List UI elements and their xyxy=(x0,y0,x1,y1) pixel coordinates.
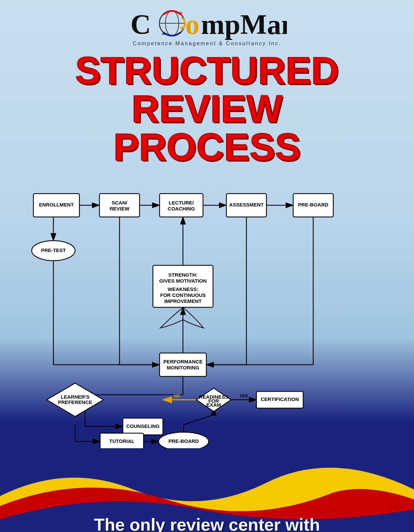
readiness-label3: EXAM xyxy=(206,402,221,408)
label-no: NO xyxy=(174,393,180,398)
lecture-coaching-label1: LECTURE/ xyxy=(169,200,194,205)
arrow-preboard-ready2 xyxy=(184,415,214,425)
pre-test-label: PRE-TEST xyxy=(41,247,66,253)
performance-label1: PERFORMANCE xyxy=(163,359,203,364)
logo-svg: C xyxy=(127,7,287,40)
flowchart-section: NO YES ENROLLMENT SCAN/ REVIEW LECTURE/ … xyxy=(0,168,414,450)
footer-line1: The only review center with xyxy=(27,514,387,532)
main-title-line1: STRUCTURED REVIEW xyxy=(13,52,401,128)
weakness-label1: WEAKNESS: xyxy=(168,286,198,292)
counseling-label: COUNSELING xyxy=(126,423,159,429)
footer-section: The only review center with structured r… xyxy=(0,514,414,532)
assessment-label: ASSESSMENT xyxy=(229,202,264,207)
pre-board-top-label: PRE-BOARD xyxy=(298,202,328,207)
logo-subtitle: Competence Management & Consultancy Inc. xyxy=(133,41,281,47)
wave-bottom-section: The only review center with structured r… xyxy=(0,430,414,532)
main-title-line2: PROCESS xyxy=(13,128,401,166)
lecture-coaching-label2: COACHING xyxy=(168,206,195,211)
scan-review-label2: REVIEW xyxy=(109,206,129,211)
flowchart-svg: NO YES ENROLLMENT SCAN/ REVIEW LECTURE/ … xyxy=(13,175,401,448)
title-section: STRUCTURED REVIEW PROCESS xyxy=(0,48,414,168)
learners-pref-label2: PREFERENCE xyxy=(58,399,92,405)
svg-text:C: C xyxy=(130,9,151,40)
svg-text:o: o xyxy=(185,9,200,40)
curvy-arrow xyxy=(160,307,204,328)
svg-text:mpMan: mpMan xyxy=(201,9,287,40)
certification-label: CERTIFICATION xyxy=(261,396,299,402)
weakness-label2: FOR CONTINUOUS xyxy=(160,292,206,298)
label-yes: YES xyxy=(239,393,248,398)
logo-section: C xyxy=(0,0,414,48)
scan-review-label: SCAN/ xyxy=(112,200,128,205)
performance-label2: MONITORING xyxy=(167,365,199,370)
page-container: C xyxy=(0,0,414,532)
enrollment-label: ENROLLMENT xyxy=(39,202,74,207)
weakness-label3: IMPROVEMENT xyxy=(164,298,202,304)
strength-label2: GIVES MOTIVATION xyxy=(159,278,207,284)
learners-pref-label1: LEARNER'S xyxy=(61,394,89,400)
strength-label1: STRENGTH: xyxy=(168,272,198,278)
logo-graphic: C xyxy=(127,7,287,40)
